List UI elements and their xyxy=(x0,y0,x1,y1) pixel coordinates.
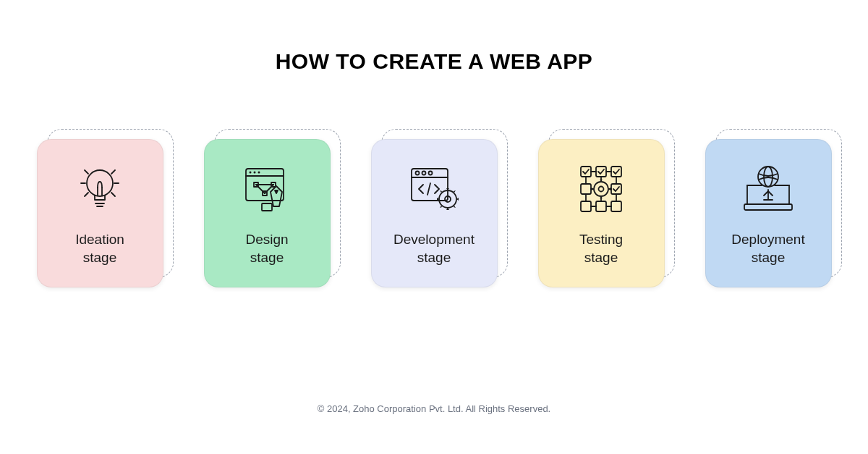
stage-deployment: Deployment stage xyxy=(705,139,832,287)
svg-rect-27 xyxy=(581,184,591,194)
svg-rect-24 xyxy=(581,167,591,177)
stage-card: Development stage xyxy=(371,139,498,287)
svg-point-20 xyxy=(429,172,433,175)
svg-point-19 xyxy=(422,172,426,175)
stage-testing: Testing stage xyxy=(538,139,665,287)
svg-rect-26 xyxy=(611,167,621,177)
svg-point-18 xyxy=(416,172,420,175)
svg-rect-30 xyxy=(596,201,606,211)
footer-copyright: © 2024, Zoho Corporation Pvt. Ltd. All R… xyxy=(0,403,868,414)
svg-line-5 xyxy=(85,193,88,196)
stage-label: Development stage xyxy=(393,231,475,266)
svg-line-6 xyxy=(111,193,115,196)
stage-design: Design stage xyxy=(204,139,331,287)
svg-line-4 xyxy=(111,170,115,174)
svg-point-9 xyxy=(250,172,252,174)
testing-icon xyxy=(565,160,637,218)
stage-card: Ideation stage xyxy=(37,139,163,287)
stage-card: Deployment stage xyxy=(705,139,832,287)
stage-label: Ideation stage xyxy=(75,231,124,266)
svg-point-11 xyxy=(258,172,260,174)
stage-card: Design stage xyxy=(204,139,331,287)
svg-rect-28 xyxy=(611,184,621,194)
stage-development: Development stage xyxy=(371,139,498,287)
svg-point-10 xyxy=(254,172,256,174)
svg-point-32 xyxy=(594,182,608,196)
svg-line-3 xyxy=(85,170,88,174)
svg-rect-46 xyxy=(744,204,792,210)
svg-line-21 xyxy=(427,183,430,195)
svg-point-33 xyxy=(599,187,604,192)
stage-label: Design stage xyxy=(245,231,288,266)
svg-point-0 xyxy=(87,170,113,196)
svg-rect-31 xyxy=(611,201,621,211)
deployment-icon xyxy=(732,160,804,218)
svg-rect-15 xyxy=(262,203,272,211)
code-icon xyxy=(398,160,470,218)
stage-label: Testing stage xyxy=(579,231,623,266)
svg-rect-29 xyxy=(581,201,591,211)
stage-label: Deployment stage xyxy=(731,231,804,266)
stage-card: Testing stage xyxy=(538,139,665,287)
stages-container: Ideation stage xyxy=(37,139,832,287)
svg-point-48 xyxy=(764,167,773,187)
stage-ideation: Ideation stage xyxy=(37,139,163,287)
design-icon xyxy=(231,160,303,218)
svg-rect-25 xyxy=(596,167,606,177)
lightbulb-icon xyxy=(64,160,136,218)
svg-point-47 xyxy=(758,167,778,187)
page-title: HOW TO CREATE A WEB APP xyxy=(276,49,593,74)
